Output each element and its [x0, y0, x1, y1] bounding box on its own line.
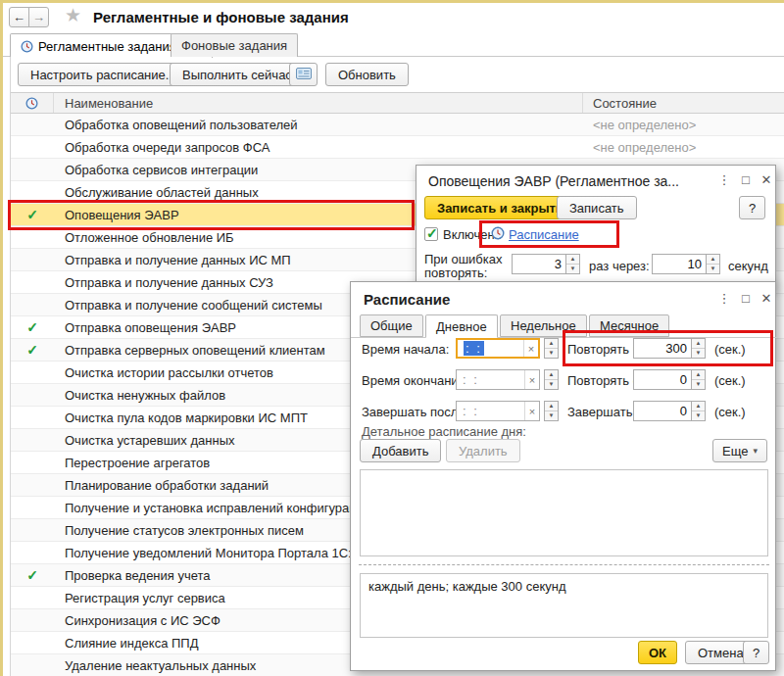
schedule-tab-1[interactable]: Дневное: [425, 314, 498, 338]
table-row[interactable]: Обработка оповещений пользователей <не о…: [11, 114, 784, 136]
detail-schedule-label: Детальное расписание дня:: [362, 424, 526, 439]
clear-icon[interactable]: ×: [524, 402, 539, 420]
start-time-label: Время начала:: [362, 342, 449, 357]
job-dialog: Оповещения ЭАВР (Регламентное за... ⋮ □ …: [416, 165, 776, 286]
enabled-check-icon: ✓: [26, 319, 38, 335]
favorite-star-icon[interactable]: ★: [65, 4, 81, 26]
enabled-check-icon: ✓: [26, 567, 38, 583]
maximize-icon[interactable]: □: [738, 291, 754, 306]
spinner[interactable]: ▲▼: [691, 402, 705, 420]
dropdown-arrow-icon: ▾: [753, 446, 758, 456]
window-border-top: [0, 0, 784, 3]
help-button[interactable]: ?: [743, 641, 769, 664]
configure-schedule-button[interactable]: Настроить расписание...: [18, 63, 189, 86]
table-header-row: Наименование Состояние: [11, 92, 784, 114]
retry-interval-value: 10: [653, 255, 706, 273]
enabled-check-icon: ✓: [26, 342, 38, 358]
schedule-column-header[interactable]: [11, 93, 54, 113]
start-time-value: : :: [464, 341, 484, 356]
tab-label: Фоновые задания: [181, 38, 287, 53]
forward-button[interactable]: →: [28, 7, 49, 27]
spinner[interactable]: ▲▼: [706, 255, 719, 273]
spinner[interactable]: ▲▼: [565, 255, 579, 273]
close-icon[interactable]: ✕: [759, 291, 774, 306]
job-name: Обработка оповещений пользователей: [54, 114, 583, 135]
retry-interval-input[interactable]: 10 ▲▼: [652, 254, 720, 274]
clear-icon[interactable]: ×: [524, 370, 539, 389]
spinner[interactable]: ▲▼: [691, 370, 705, 389]
clear-icon[interactable]: ×: [523, 340, 538, 357]
schedule-summary-box: каждый день; каждые 300 секунд: [360, 573, 768, 638]
close-icon[interactable]: ✕: [759, 172, 774, 187]
end-time-input[interactable]: : : ×: [456, 369, 540, 390]
seconds-label: секунд: [728, 259, 768, 273]
dialog-title: Оповещения ЭАВР (Регламентное за...: [428, 173, 679, 189]
table-row[interactable]: Обработка очереди запросов ФСА <не опред…: [11, 136, 784, 159]
more-button[interactable]: Еще ▾: [712, 439, 767, 462]
add-button[interactable]: Добавить: [360, 439, 441, 462]
clock-icon: [25, 97, 38, 110]
tab-strip: Регламентные задания (48) Фоновые задани…: [0, 32, 784, 57]
state-column-header[interactable]: Состояние: [583, 93, 784, 113]
retry-count-value: 3: [513, 255, 565, 273]
finish-after-input[interactable]: : : ×: [456, 401, 540, 421]
maximize-icon[interactable]: □: [738, 172, 754, 187]
pause-repeat-value: 0: [634, 370, 691, 389]
end-time-value: : :: [457, 370, 524, 389]
job-state: <не определено>: [583, 136, 784, 158]
retry-count-input[interactable]: 3 ▲▼: [512, 254, 580, 274]
open-card-button[interactable]: [289, 63, 318, 86]
splitter[interactable]: [359, 564, 769, 565]
app-window: ← → ★ Регламентные и фоновые задания Рег…: [0, 0, 784, 676]
end-time-spinner[interactable]: ▲▼: [544, 369, 559, 390]
annotation-box-schedule-link: [479, 220, 619, 248]
delete-button[interactable]: Удалить: [446, 439, 520, 462]
annotation-box-selected-row: [8, 200, 415, 230]
run-now-button[interactable]: Выполнить сейчас: [170, 63, 305, 86]
finish-after-spinner[interactable]: ▲▼: [544, 401, 559, 421]
retry-label: При ошибках: [424, 252, 503, 266]
tab-background-jobs[interactable]: Фоновые задания: [171, 33, 298, 57]
name-column-header[interactable]: Наименование: [54, 93, 583, 113]
more-label: Еще: [722, 444, 748, 459]
job-state: <не определено>: [583, 114, 784, 135]
help-button[interactable]: ?: [739, 196, 765, 219]
seconds-unit-label: (сек.): [714, 373, 746, 388]
check-icon: ✓: [426, 225, 438, 241]
schedule-tab-0[interactable]: Общие: [360, 314, 423, 337]
pause-repeat-input[interactable]: 0 ▲▼: [633, 369, 706, 390]
back-button[interactable]: ←: [9, 7, 29, 27]
save-and-close-button[interactable]: Записать и закрыть: [424, 196, 576, 219]
schedule-summary-text: каждый день; каждые 300 секунд: [368, 579, 566, 594]
end-time-label: Время окончания:: [362, 373, 468, 388]
card-icon: [296, 68, 312, 82]
schedule-dialog: Расписание ⋮ □ ✕ ОбщиеДневноеНедельноеМе…: [350, 281, 776, 671]
page-title: Регламентные и фоновые задания: [93, 9, 349, 25]
panel-divider: [10, 57, 11, 676]
start-time-input[interactable]: : : ×: [456, 338, 540, 359]
menu-icon[interactable]: ⋮: [716, 172, 732, 187]
annotation-box-repeat-period: [563, 330, 773, 366]
finish-after-value: : :: [457, 402, 524, 420]
finish-in-input[interactable]: 0 ▲▼: [633, 401, 706, 421]
dialog-title: Расписание: [364, 291, 450, 308]
job-name: Обработка очереди запросов ФСА: [54, 136, 583, 158]
refresh-button[interactable]: Обновить: [325, 63, 409, 86]
clock-icon: [21, 40, 33, 53]
enabled-checkbox[interactable]: ✓: [424, 227, 438, 241]
times-label: раз через:: [589, 259, 650, 273]
menu-icon[interactable]: ⋮: [716, 291, 732, 306]
finish-after-label: Завершать после:: [362, 405, 468, 419]
start-time-spinner[interactable]: ▲▼: [544, 338, 559, 359]
seconds-unit-label: (сек.): [714, 405, 746, 419]
finish-in-value: 0: [634, 402, 691, 420]
retry-label-2: повторять:: [424, 266, 487, 280]
ok-button[interactable]: ОК: [638, 641, 677, 664]
save-button[interactable]: Записать: [557, 196, 637, 219]
detail-schedule-list[interactable]: [360, 469, 768, 556]
window-border-left: [0, 0, 3, 676]
